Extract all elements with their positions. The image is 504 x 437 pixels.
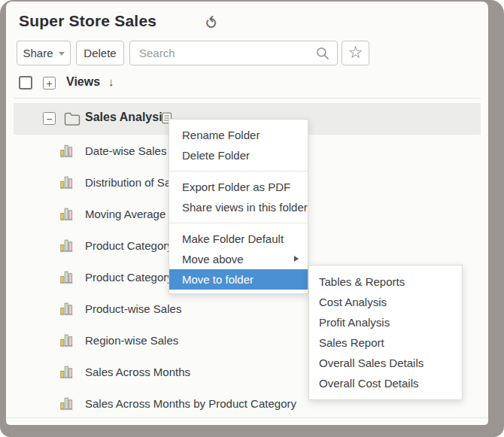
bar-chart-icon <box>59 396 74 411</box>
plus-glyph: + <box>46 78 52 89</box>
bar-chart-icon <box>59 364 74 379</box>
submenu-item-overall-cost-details[interactable]: Overall Cost Details <box>309 373 462 393</box>
sort-arrow-icon[interactable]: ↓ <box>108 75 114 88</box>
menu-divider <box>169 223 308 223</box>
app-window: Super Store Sales ⟳ Share Delete ☆ + Vie… <box>6 2 488 425</box>
views-header-row: + Views ↓ <box>6 74 488 96</box>
folder-icon <box>64 112 80 126</box>
star-icon: ☆ <box>348 43 363 62</box>
view-item-label: Sales Across Months <box>85 366 190 378</box>
divider <box>14 98 481 99</box>
menu-divider <box>169 171 308 171</box>
submenu-item-profit-analysis[interactable]: Profit Analysis <box>309 312 462 332</box>
delete-button-label: Delete <box>83 47 116 59</box>
delete-button[interactable]: Delete <box>76 41 124 65</box>
search-box <box>129 41 338 65</box>
search-input[interactable] <box>130 41 337 65</box>
menu-item-move-to-folder[interactable]: Move to folder <box>169 269 308 290</box>
select-all-checkbox[interactable] <box>19 76 32 90</box>
refresh-icon[interactable]: ⟳ <box>202 13 220 31</box>
submenu-arrow-icon <box>294 256 299 262</box>
bar-chart-icon <box>59 174 74 190</box>
search-icon <box>316 47 329 60</box>
view-item-label: Distribution of Sale <box>85 176 180 189</box>
menu-item-rename-folder[interactable]: Rename Folder <box>169 125 308 145</box>
submenu-item-cost-analysis[interactable]: Cost Analysis <box>309 292 462 312</box>
view-item-label: Sales Across Months by Product Category <box>85 397 296 410</box>
favorite-star-button[interactable]: ☆ <box>342 41 369 65</box>
divider <box>6 417 488 418</box>
submenu-item-sales-report[interactable]: Sales Report <box>309 332 462 353</box>
menu-item-export-folder-pdf[interactable]: Export Folder as PDF <box>169 177 308 197</box>
menu-item-delete-folder[interactable]: Delete Folder <box>169 145 308 165</box>
bar-chart-icon <box>59 206 74 221</box>
bar-chart-icon <box>59 238 74 253</box>
move-to-folder-submenu: Tables & Reports Cost Analysis Profit An… <box>308 265 463 400</box>
view-item-label: Product Category- <box>85 271 177 284</box>
bar-chart-icon <box>59 269 74 284</box>
menu-item-share-views[interactable]: Share views in this folder <box>169 197 308 217</box>
collapse-folder-icon[interactable]: − <box>43 112 56 125</box>
menu-item-move-above[interactable]: Move above <box>169 249 308 269</box>
chevron-down-icon <box>59 52 65 56</box>
view-item-label: Moving Average o <box>85 208 175 220</box>
view-item-label: Date-wise Sales by <box>85 144 181 157</box>
minus-glyph: − <box>46 114 52 124</box>
share-button[interactable]: Share <box>17 41 71 65</box>
views-header-label: Views <box>66 75 100 89</box>
submenu-item-tables-reports[interactable]: Tables & Reports <box>309 272 462 292</box>
expand-all-icon[interactable]: + <box>43 77 56 90</box>
folder-name: Sales Analysis <box>85 111 169 124</box>
bar-chart-icon <box>59 301 74 316</box>
bar-chart-icon <box>59 143 74 158</box>
folder-context-menu: Rename Folder Delete Folder Export Folde… <box>169 119 308 294</box>
view-item-label: Product-wise Sales <box>85 302 181 315</box>
view-item-label: Region-wise Sales <box>85 334 178 347</box>
submenu-item-overall-sales-details[interactable]: Overall Sales Details <box>309 353 462 373</box>
share-button-label: Share <box>23 47 53 59</box>
menu-item-make-folder-default[interactable]: Make Folder Default <box>169 229 308 249</box>
view-item-label: Product Category- <box>85 239 177 252</box>
menu-item-move-above-label: Move above <box>182 253 244 266</box>
page-title: Super Store Sales <box>19 12 156 30</box>
bar-chart-icon <box>59 332 74 347</box>
